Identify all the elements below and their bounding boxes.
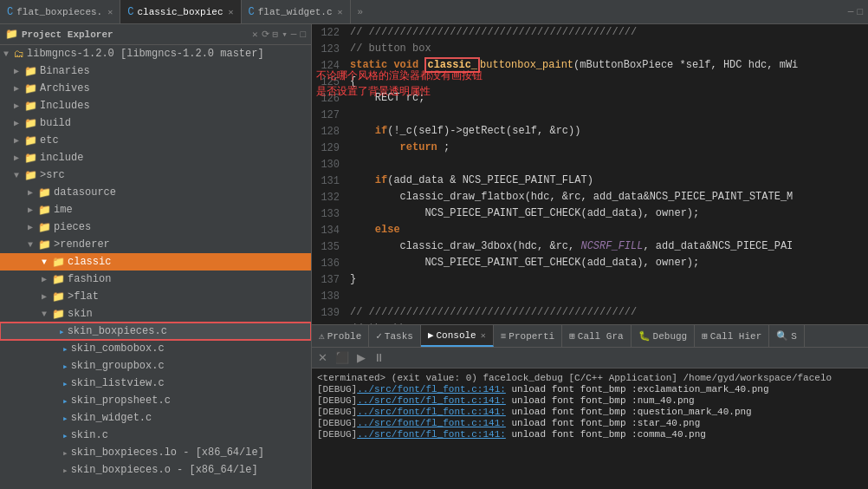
tree-item-skin-c[interactable]: ▸ skin.c (0, 427, 311, 444)
debug-icon: 🐛 (638, 330, 651, 342)
tree-item-include[interactable]: ▶ 📁 include (0, 149, 311, 166)
close-icon[interactable]: ✕ (338, 7, 343, 17)
tree-item-pieces[interactable]: ▶ 📁 pieces (0, 218, 311, 236)
tree-item-skin[interactable]: ▼ 📁 skin (0, 305, 311, 323)
explorer-minimize-icon[interactable]: ─ (291, 29, 297, 40)
tab-classic-boxpiec[interactable]: C classic_boxpiec ✕ (120, 0, 241, 23)
console-log-line-5: [DEBUG]../src/font/fl_font.c:141: unload… (317, 429, 863, 440)
code-line-125: 125 { (312, 74, 868, 90)
code-line-131: 131 if(add_data & NCS_PIECE_PAINT_FLAT) (312, 173, 868, 189)
explorer-maximize-icon[interactable]: □ (300, 29, 306, 40)
close-icon[interactable]: ✕ (107, 7, 113, 17)
explorer-menu-icon[interactable]: ▾ (282, 29, 288, 40)
tree-item-skin-listview-c[interactable]: ▸ skin_listview.c (0, 375, 311, 392)
line-code: if(add_data & NCS_PIECE_PAINT_FLAT) (347, 173, 593, 189)
bottom-tab-callhierarchy[interactable]: ⊞ Call Hier (695, 325, 769, 347)
bottom-tab-callgraph[interactable]: ⊞ Call Gra (562, 325, 631, 347)
log-link[interactable]: ../src/font/fl_font.c:141: (357, 395, 506, 406)
log-link[interactable]: ../src/font/fl_font.c:141: (357, 429, 506, 440)
console-terminated-line: <terminated> (exit value: 0) facelock_de… (317, 373, 863, 383)
console-run-button[interactable]: ▶ (354, 351, 368, 364)
tree-item-skin-boxpieces-lo[interactable]: ▸ skin_boxpieces.lo - [x86_64/le] (0, 444, 311, 461)
folder-icon: 📁 (52, 308, 65, 321)
tab-label: Proble (327, 331, 362, 342)
line-code: // /////////////////////////////////////… (347, 304, 637, 321)
explorer-folder-icon: 📁 (5, 28, 18, 41)
tree-item-skin-boxpieces-c[interactable]: ▸ skin_boxpieces.c (0, 323, 311, 340)
code-line-127: 127 (312, 107, 868, 123)
folder-icon: 📁 (24, 152, 37, 165)
tree-item-includes[interactable]: ▶ 📁 Includes (0, 97, 311, 114)
log-link[interactable]: ../src/font/fl_font.c:141: (357, 384, 506, 394)
log-msg: unload font font_bmp :comma_40.png (506, 429, 706, 440)
explorer-close-icon[interactable]: ✕ (252, 29, 258, 40)
line-code: else (347, 222, 400, 238)
console-clear-button[interactable]: ✕ (315, 351, 330, 364)
tab-flat-boxpieces[interactable]: C flat_boxpieces. ✕ (0, 0, 120, 23)
console-stop-button[interactable]: ⬛ (333, 351, 352, 364)
item-label: skin_boxpieces.o - [x86_64/le] (71, 464, 258, 476)
log-prefix: [DEBUG] (317, 429, 357, 440)
console-icon: ▶ (428, 329, 434, 341)
tree-item-src[interactable]: ▼ 📁 >src (0, 166, 311, 184)
line-code: } (347, 271, 356, 288)
c-file-icon: ▸ (62, 361, 68, 372)
c-file-icon: ▸ (59, 326, 65, 337)
tree-item-skin-groupbox-c[interactable]: ▸ skin_groupbox.c (0, 357, 311, 375)
item-label: >flat (68, 290, 99, 303)
log-msg: unload font font_bmp :question_mark_40.p… (506, 407, 752, 417)
tree-item-renderer[interactable]: ▼ 📁 >renderer (0, 236, 311, 253)
line-number: 132 (312, 189, 347, 205)
bottom-tab-search[interactable]: 🔍 S (769, 325, 805, 347)
tree-item-flat[interactable]: ▶ 📁 >flat (0, 288, 311, 305)
item-label: fashion (68, 273, 111, 285)
tree-item-skin-combobox-c[interactable]: ▸ skin_combobox.c (0, 340, 311, 357)
explorer-sync-icon[interactable]: ⟳ (262, 29, 269, 40)
line-number: 131 (312, 173, 347, 189)
terminated-text: <terminated> (exit value: 0) facelock_de… (317, 373, 832, 383)
explorer-collapse-icon[interactable]: ⊟ (273, 29, 279, 40)
code-editor: 122 // /////////////////////////////////… (312, 24, 868, 324)
log-msg: unload font font_bmp :star_40.png (506, 418, 700, 428)
console-pause-button[interactable]: ⏸ (371, 351, 387, 364)
bottom-tab-tasks[interactable]: ✓ Tasks (369, 325, 421, 347)
tree-root[interactable]: ▼ 🗂 libmgncs-1.2.0 [libmgncs-1.2.0 maste… (0, 45, 311, 62)
tree-item-build[interactable]: ▶ 📁 build (0, 114, 311, 132)
tree-item-binaries[interactable]: ▶ 📁 Binaries (0, 62, 311, 80)
tree-item-etc[interactable]: ▶ 📁 etc (0, 132, 311, 149)
tab-more-button[interactable]: » (354, 7, 367, 17)
tab-flat-widget[interactable]: C flat_widget.c ✕ (242, 0, 351, 23)
line-number: 123 (312, 41, 347, 57)
close-icon[interactable]: ✕ (229, 7, 234, 17)
expand-icon: ▼ (3, 49, 14, 59)
project-icon: 🗂 (14, 48, 24, 61)
tree-item-classic[interactable]: ▼ 📁 classic (0, 253, 311, 271)
log-link[interactable]: ../src/font/fl_font.c:141: (357, 407, 506, 417)
tree-item-fashion[interactable]: ▶ 📁 fashion (0, 271, 311, 288)
tree-item-ime[interactable]: ▶ 📁 ime (0, 201, 311, 218)
bottom-tab-properties[interactable]: ≡ Properti (494, 325, 562, 347)
item-label: datasource (54, 186, 116, 199)
bottom-tab-debug[interactable]: 🐛 Debugg (632, 325, 696, 347)
line-number: 125 (312, 74, 347, 90)
c-file-icon: ▸ (62, 378, 68, 389)
log-link[interactable]: ../src/font/fl_font.c:141: (357, 418, 506, 428)
tree-item-skin-propsheet-c[interactable]: ▸ skin_propsheet.c (0, 392, 311, 409)
item-label: skin_boxpieces.c (68, 325, 167, 337)
close-icon[interactable]: ✕ (481, 330, 486, 341)
maximize-icon[interactable]: □ (857, 7, 863, 17)
tree-item-archives[interactable]: ▶ 📁 Archives (0, 80, 311, 97)
bottom-tab-console[interactable]: ▶ Console ✕ (421, 325, 494, 347)
code-line-138: 138 (312, 288, 868, 304)
code-line-124: 124 static void classic_buttonbox_paint(… (312, 57, 868, 74)
tree-item-skin-widget-c[interactable]: ▸ skin_widget.c (0, 409, 311, 427)
minimize-icon[interactable]: ─ (848, 7, 854, 17)
tree-item-datasource[interactable]: ▶ 📁 datasource (0, 184, 311, 201)
line-code: // button box (347, 41, 431, 57)
tab-label: Properti (508, 331, 554, 342)
code-line-137: 137 } (312, 271, 868, 288)
line-number: 139 (312, 304, 347, 321)
tree-item-skin-boxpieces-o[interactable]: ▸ skin_boxpieces.o - [x86_64/le] (0, 461, 311, 479)
bottom-tab-problems[interactable]: ⚠ Proble (312, 325, 369, 347)
folder-icon: 📁 (38, 204, 51, 217)
